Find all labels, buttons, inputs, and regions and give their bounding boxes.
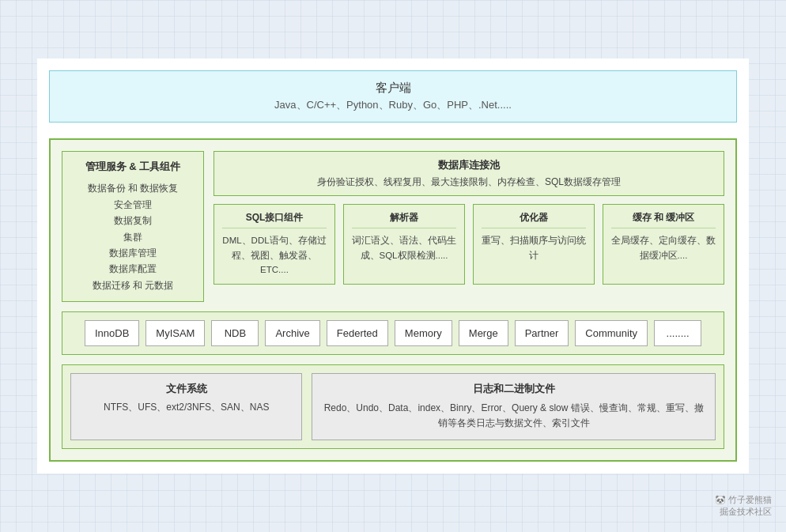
mgmt-item: 数据备份 和 数据恢复: [74, 180, 192, 196]
sql-interface-box: SQL接口组件 DML、DDL语句、存储过程、视图、触发器、ETC....: [214, 204, 335, 284]
mgmt-item: 集群: [74, 229, 192, 245]
mgmt-item: 安全管理: [74, 197, 192, 213]
optimizer-box: 优化器 重写、扫描顺序与访问统计: [473, 204, 595, 284]
parser-box: 解析器 词汇语义、语法、代码生成、SQL权限检测.....: [343, 204, 465, 284]
logfiles-content: Redo、Undo、Data、index、Binry、Error、Query &…: [320, 401, 707, 431]
optimizer-title: 优化器: [482, 211, 586, 228]
conn-pool: 数据库连接池 身份验证授权、线程复用、最大连接限制、内存检查、SQL数据缓存管理: [214, 151, 724, 196]
conn-title: 数据库连接池: [225, 158, 712, 172]
engine-box: Memory: [395, 320, 452, 346]
parser-title: 解析器: [352, 211, 456, 228]
logfiles-box: 日志和二进制文件 Redo、Undo、Data、index、Binry、Erro…: [312, 373, 716, 440]
client-subtitle: Java、C/C++、Python、Ruby、Go、PHP、.Net.....: [66, 98, 720, 112]
engine-box: MyISAM: [145, 320, 205, 346]
mgmt-item: 数据迁移 和 元数据: [74, 277, 192, 293]
filesystem-content: NTFS、UFS、ext2/3NFS、SAN、NAS: [79, 401, 293, 414]
optimizer-content: 重写、扫描顺序与访问统计: [482, 233, 586, 262]
engine-box: Merge: [459, 320, 508, 346]
client-box: 客户端 Java、C/C++、Python、Ruby、Go、PHP、.Net..…: [49, 70, 737, 123]
four-boxes: SQL接口组件 DML、DDL语句、存储过程、视图、触发器、ETC.... 解析…: [214, 204, 724, 284]
mgmt-panel: 管理服务 & 工具组件 数据备份 和 数据恢复安全管理数据复制集群数据库管理数据…: [62, 151, 204, 302]
engine-box: Archive: [265, 320, 319, 346]
sql-interface-title: SQL接口组件: [222, 211, 327, 228]
mysql-top: 管理服务 & 工具组件 数据备份 和 数据恢复安全管理数据复制集群数据库管理数据…: [62, 151, 724, 302]
parser-content: 词汇语义、语法、代码生成、SQL权限检测.....: [352, 233, 456, 262]
cache-box: 缓存 和 缓冲区 全局缓存、定向缓存、数据缓冲区....: [603, 204, 724, 284]
engine-box: Partner: [515, 320, 569, 346]
engine-box: ........: [654, 320, 701, 346]
engine-box: NDB: [211, 320, 259, 346]
client-title: 客户端: [66, 81, 720, 96]
engine-box: InnoDB: [85, 320, 139, 346]
engine-box: Community: [575, 320, 648, 346]
logfiles-title: 日志和二进制文件: [320, 382, 707, 396]
filesystem-title: 文件系统: [79, 382, 293, 396]
cache-content: 全局缓存、定向缓存、数据缓冲区....: [611, 233, 716, 262]
engines-row: InnoDBMyISAMNDBArchiveFedertedMemoryMerg…: [62, 311, 724, 355]
watermark-line2: 掘金技术社区: [715, 506, 772, 518]
bottom-row: 文件系统 NTFS、UFS、ext2/3NFS、SAN、NAS 日志和二进制文件…: [62, 364, 724, 448]
watermark-line1: 🐼 竹子爱熊猫: [715, 494, 772, 506]
mgmt-items: 数据备份 和 数据恢复安全管理数据复制集群数据库管理数据库配置数据迁移 和 元数…: [74, 180, 192, 293]
filesystem-box: 文件系统 NTFS、UFS、ext2/3NFS、SAN、NAS: [70, 373, 302, 440]
conn-desc: 身份验证授权、线程复用、最大连接限制、内存检查、SQL数据缓存管理: [225, 175, 712, 189]
mgmt-item: 数据库管理: [74, 245, 192, 261]
cache-title: 缓存 和 缓冲区: [611, 211, 716, 228]
sql-interface-content: DML、DDL语句、存储过程、视图、触发器、ETC....: [222, 233, 327, 277]
right-panel: 数据库连接池 身份验证授权、线程复用、最大连接限制、内存检查、SQL数据缓存管理…: [214, 151, 724, 302]
mgmt-item: 数据复制: [74, 213, 192, 228]
mysql-box: 管理服务 & 工具组件 数据备份 和 数据恢复安全管理数据复制集群数据库管理数据…: [49, 138, 737, 461]
watermark: 🐼 竹子爱熊猫 掘金技术社区: [715, 494, 772, 518]
mgmt-item: 数据库配置: [74, 261, 192, 277]
engine-box: Federted: [327, 320, 388, 346]
mgmt-title: 管理服务 & 工具组件: [74, 160, 192, 174]
